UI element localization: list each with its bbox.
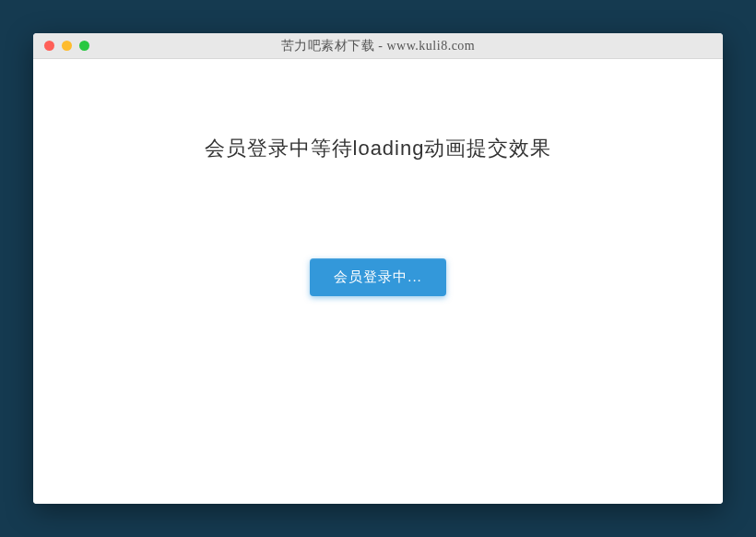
content-area: 会员登录中等待loading动画提交效果 会员登录中...	[33, 59, 723, 504]
minimize-icon[interactable]	[62, 41, 72, 51]
maximize-icon[interactable]	[79, 41, 89, 51]
titlebar: 苦力吧素材下载 - www.kuli8.com	[33, 33, 723, 59]
window-title: 苦力吧素材下载 - www.kuli8.com	[33, 38, 723, 54]
close-icon[interactable]	[44, 41, 54, 51]
window-controls	[44, 41, 89, 51]
app-window: 苦力吧素材下载 - www.kuli8.com 会员登录中等待loading动画…	[33, 33, 723, 504]
login-button[interactable]: 会员登录中...	[310, 258, 446, 296]
button-container: 会员登录中...	[310, 258, 446, 296]
page-heading: 会员登录中等待loading动画提交效果	[205, 135, 552, 162]
